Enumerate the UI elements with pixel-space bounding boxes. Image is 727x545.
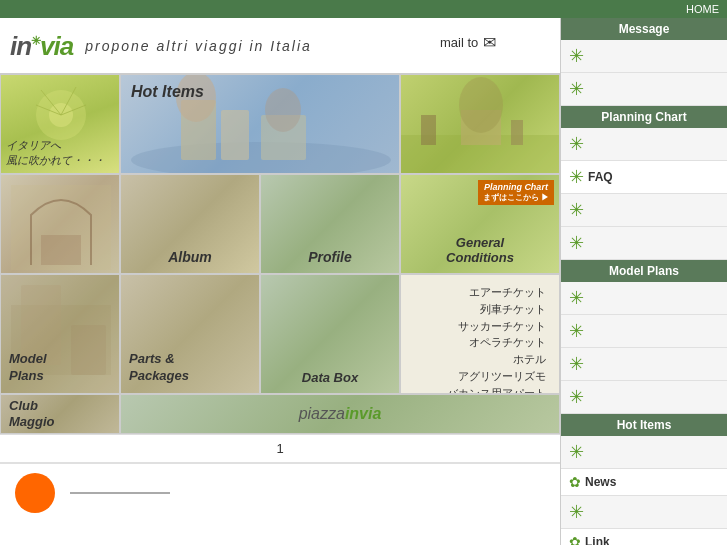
- sidebar-section-message: Message ✳ ✳: [561, 18, 727, 106]
- asterisk-icon: ✳: [569, 320, 584, 342]
- content-grid: イタリアへ風に吹かれて・・・: [0, 73, 560, 434]
- cell-dandelion[interactable]: イタリアへ風に吹かれて・・・: [0, 74, 120, 174]
- profile-label[interactable]: Profile: [308, 249, 352, 265]
- cell-data-box[interactable]: Data Box: [260, 274, 400, 394]
- arch-sketch: [1, 175, 120, 274]
- sidebar-item-model-4[interactable]: ✳: [561, 381, 727, 414]
- logo-in: in: [10, 31, 31, 61]
- club-maggio-label[interactable]: ClubMaggio: [9, 398, 55, 429]
- sidebar-item-msg-2[interactable]: ✳: [561, 73, 727, 106]
- sidebar-item-msg-1[interactable]: ✳: [561, 40, 727, 73]
- data-box-label[interactable]: Data Box: [302, 370, 358, 385]
- asterisk-icon: ✳: [569, 441, 584, 463]
- top-bar: HOME: [0, 0, 727, 18]
- bottom-line: [70, 492, 170, 494]
- dandelion-decoration: [1, 75, 120, 174]
- sidebar-section-hot-items: Hot Items ✳ ✿ News ✳ ✿ Link: [561, 414, 727, 545]
- mail-label: mail to: [440, 35, 478, 50]
- parts-packages-label[interactable]: Parts &Packages: [129, 351, 189, 385]
- sidebar-item-model-3[interactable]: ✳: [561, 348, 727, 381]
- sidebar-header-planning: Planning Chart: [561, 106, 727, 128]
- logo[interactable]: in✳via: [10, 30, 73, 62]
- sidebar-item-model-1[interactable]: ✳: [561, 282, 727, 315]
- asterisk-icon: ✳: [569, 199, 584, 221]
- svg-rect-13: [421, 115, 436, 145]
- svg-point-15: [459, 77, 503, 133]
- sidebar-item-planning-4[interactable]: ✳: [561, 227, 727, 260]
- cell-hot-items[interactable]: Hot Items: [120, 74, 400, 174]
- flower-icon: ✿: [569, 474, 581, 490]
- cell-club-maggio[interactable]: ClubMaggio: [0, 394, 120, 434]
- mail-icon[interactable]: ✉: [483, 33, 496, 52]
- cell-general[interactable]: Planning Chart まずはここから ▶ GeneralConditio…: [400, 174, 560, 274]
- asterisk-icon: ✳: [569, 133, 584, 155]
- svg-rect-18: [41, 235, 81, 265]
- planning-chart-label: Planning Chart: [483, 182, 549, 192]
- sidebar-header-message: Message: [561, 18, 727, 40]
- sidebar-item-faq[interactable]: ✳ FAQ: [561, 161, 727, 194]
- asterisk-icon: ✳: [569, 166, 584, 188]
- piazza-invia-label[interactable]: piazzainvia: [299, 405, 382, 423]
- sidebar-item-planning-1[interactable]: ✳: [561, 128, 727, 161]
- svg-rect-8: [221, 110, 249, 160]
- news-label[interactable]: News: [585, 475, 616, 489]
- cell-arch[interactable]: [0, 174, 120, 274]
- asterisk-icon: ✳: [569, 232, 584, 254]
- planning-chart-banner[interactable]: Planning Chart まずはここから ▶: [478, 180, 554, 205]
- sidebar-section-model-plans: Model Plans ✳ ✳ ✳ ✳: [561, 260, 727, 414]
- sidebar-item-news[interactable]: ✿ News: [561, 469, 727, 496]
- cell-profile[interactable]: Profile: [260, 174, 400, 274]
- sidebar-section-planning: Planning Chart ✳ ✳ FAQ ✳ ✳: [561, 106, 727, 260]
- mail-area[interactable]: mail to ✉: [440, 33, 540, 52]
- cell-piazza-invia[interactable]: piazzainvia: [120, 394, 560, 434]
- page-number: 1: [276, 441, 283, 456]
- sidebar-item-hot-1[interactable]: ✳: [561, 436, 727, 469]
- asterisk-icon: ✳: [569, 78, 584, 100]
- asterisk-icon: ✳: [569, 386, 584, 408]
- link-label[interactable]: Link: [585, 535, 610, 545]
- sidebar-item-link[interactable]: ✿ Link: [561, 529, 727, 545]
- cell-parts-packages[interactable]: Parts &Packages: [120, 274, 260, 394]
- sidebar-item-model-2[interactable]: ✳: [561, 315, 727, 348]
- general-conditions-label[interactable]: GeneralConditions: [446, 235, 514, 265]
- hot-items-label[interactable]: Hot Items: [131, 83, 204, 101]
- asterisk-icon: ✳: [569, 353, 584, 375]
- home-link[interactable]: HOME: [686, 3, 727, 15]
- asterisk-icon: ✳: [569, 501, 584, 523]
- asterisk-icon: ✳: [569, 45, 584, 67]
- model-plans-label[interactable]: ModelPlans: [9, 351, 47, 385]
- header: in✳via propone altri viaggi in Italia ma…: [0, 18, 560, 73]
- cell-tuscany[interactable]: [400, 74, 560, 174]
- faq-label: FAQ: [588, 170, 613, 184]
- logo-star: ✳: [31, 33, 40, 47]
- jp-links-text: エアーチケット列車チケットサッカーチケットオペラチケットホテルアグリツーリズモバ…: [409, 279, 551, 394]
- flower-icon: ✿: [569, 534, 581, 545]
- svg-point-11: [265, 88, 301, 132]
- bottom-section: [0, 462, 560, 522]
- sidebar-header-model-plans: Model Plans: [561, 260, 727, 282]
- cell-album[interactable]: Album: [120, 174, 260, 274]
- logo-via: via: [40, 31, 73, 61]
- tuscany-sketch: [401, 75, 560, 174]
- cell-japanese-links[interactable]: エアーチケット列車チケットサッカーチケットオペラチケットホテルアグリツーリズモバ…: [400, 274, 560, 394]
- svg-rect-16: [511, 120, 523, 145]
- sidebar-item-hot-3[interactable]: ✳: [561, 496, 727, 529]
- planning-chart-sub: まずはここから ▶: [483, 192, 549, 203]
- tagline: propone altri viaggi in Italia: [85, 38, 312, 54]
- sidebar-header-hot-items: Hot Items: [561, 414, 727, 436]
- page-row: 1: [0, 434, 560, 462]
- sidebar-item-planning-3[interactable]: ✳: [561, 194, 727, 227]
- cell-model-plans[interactable]: ModelPlans: [0, 274, 120, 394]
- sidebar: Message ✳ ✳ Planning Chart ✳ ✳ FAQ ✳ ✳: [560, 18, 727, 545]
- orange-circle: [15, 473, 55, 513]
- svg-rect-22: [71, 325, 106, 375]
- asterisk-icon: ✳: [569, 287, 584, 309]
- album-label[interactable]: Album: [168, 249, 212, 265]
